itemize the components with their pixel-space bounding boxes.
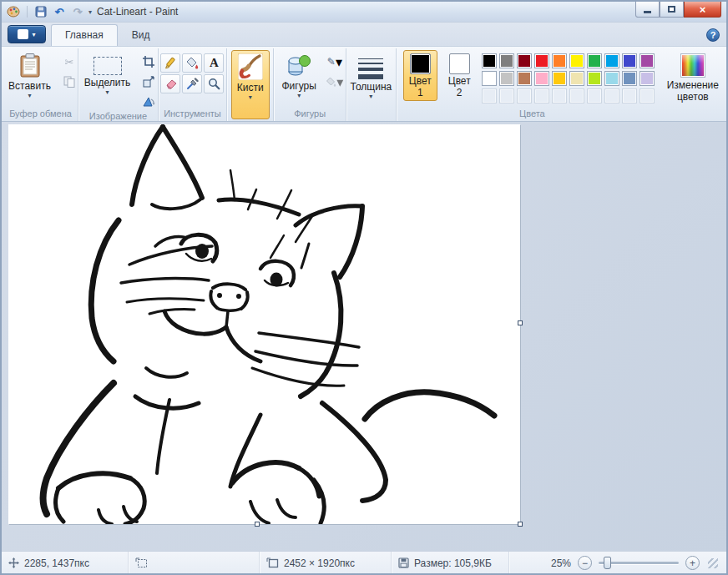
fill-tool[interactable]: [182, 53, 202, 73]
color-palette: [482, 50, 656, 105]
shapes-icon: [286, 53, 311, 78]
palette-swatch[interactable]: [640, 71, 655, 86]
outline-icon: ✎: [327, 56, 336, 68]
copy-button[interactable]: [60, 73, 78, 90]
separator: [27, 6, 28, 18]
minimize-button[interactable]: [635, 2, 660, 18]
palette-empty-slot[interactable]: [499, 88, 514, 103]
palette-swatch[interactable]: [604, 71, 619, 86]
palette-empty-slot[interactable]: [517, 88, 532, 103]
palette-swatch[interactable]: [622, 53, 637, 68]
shapes-group-label: Фигуры: [276, 108, 343, 121]
shape-outline-button[interactable]: ✎ ▾: [326, 53, 344, 70]
zoom-out-button[interactable]: −: [578, 556, 592, 570]
resize-icon: [143, 76, 154, 88]
palette-swatch[interactable]: [534, 53, 549, 68]
palette-empty-slot[interactable]: [587, 88, 602, 103]
edit-colors-button[interactable]: Изменениецветов: [661, 50, 725, 105]
application-menu-button[interactable]: ▾: [8, 25, 46, 43]
restore-button[interactable]: [660, 2, 684, 18]
palette-empty-slot[interactable]: [622, 88, 637, 103]
text-tool[interactable]: A: [204, 53, 224, 73]
save-button[interactable]: [33, 4, 48, 19]
pencil-tool[interactable]: [160, 53, 180, 73]
palette-empty-slot[interactable]: [552, 88, 567, 103]
redo-button[interactable]: ↷: [70, 4, 85, 19]
color2-swatch: [449, 53, 470, 74]
shape-fill-button[interactable]: ▾: [326, 73, 344, 90]
resize-button[interactable]: [139, 73, 158, 90]
select-dropdown-arrow[interactable]: ▾: [106, 89, 109, 96]
magnifier-tool[interactable]: [204, 74, 224, 93]
help-button[interactable]: ?: [706, 28, 720, 42]
canvas-resize-handle-corner[interactable]: [518, 522, 523, 527]
tab-view[interactable]: Вид: [118, 24, 164, 46]
restore-icon: [668, 6, 675, 13]
thickness-dropdown-arrow[interactable]: ▾: [369, 93, 372, 100]
close-button[interactable]: ×: [684, 2, 721, 18]
ribbon-tab-row: ▾ Главная Вид ?: [2, 23, 726, 47]
palette-empty-slot[interactable]: [482, 88, 497, 103]
brushes-dropdown-arrow[interactable]: ▾: [249, 94, 252, 101]
scissors-icon: ✂: [64, 56, 73, 68]
palette-swatch[interactable]: [587, 53, 602, 68]
edit-colors-icon: [680, 53, 705, 78]
window-title: Cat-Lineart - Paint: [92, 6, 635, 18]
palette-swatch[interactable]: [482, 71, 497, 86]
palette-empty-slot[interactable]: [640, 88, 655, 103]
rotate-button[interactable]: [139, 93, 158, 110]
zoom-in-button[interactable]: +: [685, 556, 700, 570]
color1-button[interactable]: Цвет1: [403, 50, 437, 101]
canvas-resize-handle-right[interactable]: [518, 320, 523, 325]
thickness-button[interactable]: Толщина ▾: [345, 50, 398, 121]
paint-app-icon[interactable]: [6, 4, 21, 19]
palette-swatch[interactable]: [604, 53, 619, 68]
tab-home[interactable]: Главная: [51, 24, 118, 46]
palette-swatch[interactable]: [517, 71, 532, 86]
palette-swatch[interactable]: [552, 71, 567, 86]
brushes-button[interactable]: Кисти ▾: [231, 50, 270, 119]
select-button[interactable]: Выделить ▾: [78, 50, 136, 98]
zoom-slider[interactable]: [599, 562, 679, 564]
text-tool-icon: A: [210, 56, 219, 70]
shapes-button[interactable]: Фигуры ▾: [276, 50, 321, 101]
rotate-icon: [142, 96, 155, 108]
canvas-resize-handle-bottom[interactable]: [255, 522, 260, 527]
palette-swatch[interactable]: [499, 71, 514, 86]
group-clipboard: Вставить ▾ ✂ Буфер обмена: [3, 48, 78, 121]
color-picker-tool[interactable]: [182, 74, 202, 93]
cut-button[interactable]: ✂: [60, 53, 78, 70]
palette-swatch[interactable]: [569, 71, 584, 86]
palette-swatch[interactable]: [517, 53, 532, 68]
zoom-slider-thumb[interactable]: [604, 557, 611, 569]
shapes-dropdown-arrow[interactable]: ▾: [297, 93, 301, 99]
palette-swatch[interactable]: [640, 53, 655, 68]
palette-swatch[interactable]: [482, 53, 497, 68]
cat-lineart-drawing: [8, 124, 520, 524]
color2-button[interactable]: Цвет2: [442, 50, 477, 101]
palette-swatch[interactable]: [552, 53, 567, 68]
palette-empty-slot[interactable]: [604, 88, 619, 103]
group-thickness: Толщина ▾: [346, 48, 397, 121]
palette-swatch[interactable]: [622, 71, 637, 86]
close-icon: ×: [700, 3, 706, 16]
quick-access-toolbar: ↶ ↷ ▾: [2, 4, 92, 19]
paint-canvas[interactable]: [8, 124, 520, 524]
resize-grip[interactable]: [708, 558, 718, 568]
crop-button[interactable]: [139, 53, 158, 70]
palette-swatch[interactable]: [569, 53, 584, 68]
image-size-icon: [266, 557, 279, 568]
palette-empty-slot[interactable]: [534, 88, 549, 103]
paste-dropdown-arrow[interactable]: ▾: [28, 93, 31, 99]
paint-window: ↶ ↷ ▾ Cat-Lineart - Paint × ▾ Главная Ви…: [0, 0, 728, 575]
undo-button[interactable]: ↶: [52, 4, 67, 19]
paste-button[interactable]: Вставить ▾: [3, 50, 57, 101]
status-bar: 2285, 1437пкс 2452 × 1920пкс Размер: 105…: [2, 551, 726, 574]
palette-swatch[interactable]: [499, 53, 514, 68]
selection-size-icon: [135, 557, 148, 568]
palette-swatch[interactable]: [587, 71, 602, 86]
palette-empty-slot[interactable]: [569, 88, 584, 103]
eraser-tool[interactable]: [160, 74, 180, 93]
group-image: Выделить ▾ Изображение: [78, 48, 159, 121]
palette-swatch[interactable]: [534, 71, 549, 86]
